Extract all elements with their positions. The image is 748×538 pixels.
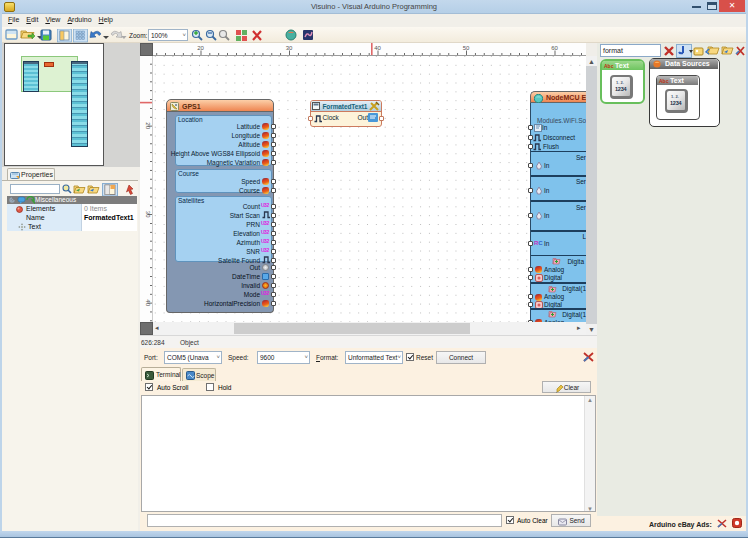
svg-text:30: 30	[145, 211, 151, 218]
svg-text:60: 60	[551, 45, 558, 51]
svg-text:50: 50	[463, 45, 470, 51]
svg-text:30: 30	[286, 45, 293, 51]
svg-text:20: 20	[197, 45, 204, 51]
svg-text:40: 40	[145, 299, 151, 306]
svg-text:20: 20	[145, 122, 151, 129]
svg-text:40: 40	[374, 45, 381, 51]
